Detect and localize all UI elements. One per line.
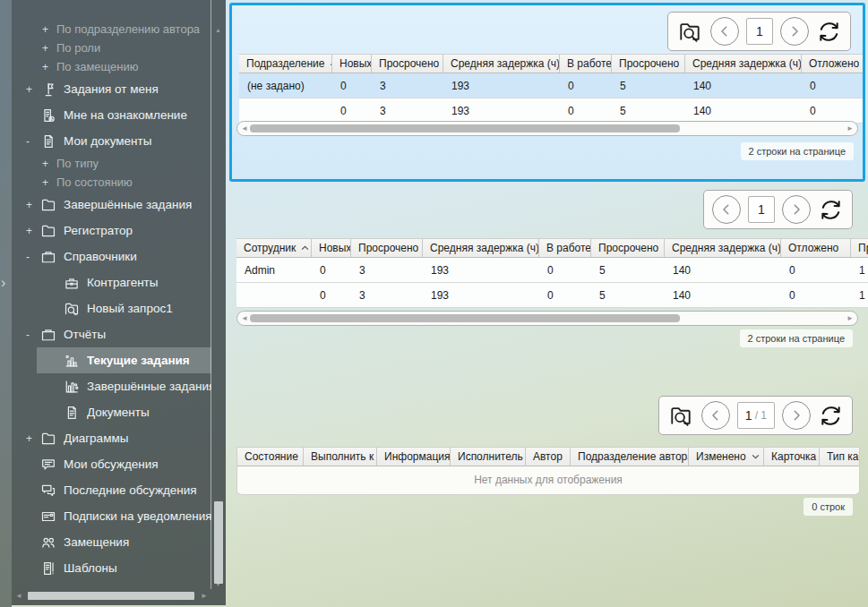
- expander-icon[interactable]: -: [26, 135, 40, 148]
- sidebar-item[interactable]: Мои обсуждения: [12, 451, 211, 477]
- sidebar-item[interactable]: +Задания от меня: [12, 76, 211, 102]
- prev-page-button[interactable]: [710, 17, 739, 46]
- scroll-left-icon[interactable]: ◄: [241, 124, 248, 133]
- column-header[interactable]: Просрочено: [851, 239, 868, 257]
- expander-icon[interactable]: +: [42, 42, 56, 55]
- search-folder-button[interactable]: [667, 404, 694, 428]
- column-header[interactable]: Выполнить к: [304, 448, 377, 466]
- sidebar-item-label: Отчёты: [64, 328, 106, 341]
- column-header[interactable]: Просрочено: [612, 55, 685, 73]
- column-header[interactable]: Новых: [312, 239, 351, 257]
- column-header[interactable]: Тип карточки: [820, 448, 860, 466]
- expander-icon[interactable]: -: [26, 251, 40, 263]
- sidebar-item[interactable]: -Отчёты: [12, 321, 211, 347]
- column-header[interactable]: Новых: [332, 55, 372, 73]
- sidebar-vertical-scrollbar[interactable]: ▲ ▼: [211, 0, 226, 589]
- sidebar-item[interactable]: +Завершённые задания: [12, 192, 211, 218]
- prev-page-button[interactable]: [712, 195, 741, 224]
- column-header[interactable]: Подразделение автора: [571, 448, 689, 466]
- prev-page-button[interactable]: [701, 401, 730, 430]
- page-number-input[interactable]: 1: [748, 196, 775, 223]
- scrollbar-thumb[interactable]: [28, 592, 194, 600]
- table-horizontal-scrollbar[interactable]: ◄ ►: [236, 311, 858, 326]
- column-header[interactable]: Просрочено: [372, 55, 443, 73]
- scrollbar-thumb[interactable]: [250, 314, 680, 322]
- scroll-left-icon[interactable]: ◄: [15, 592, 22, 600]
- scroll-right-icon[interactable]: ►: [847, 314, 854, 322]
- sidebar-item[interactable]: Контрагенты: [12, 269, 211, 295]
- expander-icon[interactable]: +: [42, 176, 56, 189]
- page-number-input[interactable]: 1: [746, 18, 773, 45]
- sidebar-item[interactable]: Завершённые задания: [12, 373, 211, 399]
- sidebar-item[interactable]: Новый запрос1: [12, 295, 211, 321]
- sidebar-item[interactable]: Текущие задания: [37, 347, 211, 373]
- sidebar-item[interactable]: Мне на ознакомление: [12, 102, 211, 128]
- sidebar-item[interactable]: -Мои документы: [12, 128, 211, 154]
- next-page-button[interactable]: [782, 401, 811, 430]
- sidebar-item[interactable]: +По типу: [12, 154, 211, 173]
- table-horizontal-scrollbar[interactable]: ◄ ►: [236, 121, 858, 136]
- scrollbar-thumb[interactable]: [214, 501, 223, 584]
- table-row[interactable]: Admin031930514001: [236, 258, 868, 283]
- column-header[interactable]: Отложено: [802, 55, 863, 73]
- refresh-button[interactable]: [816, 19, 842, 45]
- sidebar-item[interactable]: +По состоянию: [12, 173, 211, 192]
- search-folder-button[interactable]: [676, 20, 703, 44]
- sidebar-item[interactable]: Подписки на уведомления: [12, 503, 211, 529]
- scroll-left-icon[interactable]: ◄: [241, 314, 248, 322]
- column-header[interactable]: Автор: [526, 448, 571, 466]
- sidebar-item[interactable]: Шаблоны: [12, 555, 211, 581]
- refresh-button[interactable]: [818, 403, 844, 429]
- expander-icon[interactable]: +: [26, 225, 40, 237]
- expander-icon[interactable]: +: [26, 199, 40, 211]
- scrollbar-thumb[interactable]: [250, 124, 680, 133]
- column-header[interactable]: Подразделение: [239, 55, 332, 73]
- page-number-input[interactable]: 1 / 1: [737, 402, 775, 429]
- column-header[interactable]: Средняя задержка (ч): [665, 239, 781, 257]
- refresh-button[interactable]: [818, 197, 844, 223]
- expander-icon[interactable]: +: [42, 158, 56, 170]
- column-header[interactable]: Средняя задержка (ч): [423, 239, 539, 257]
- column-header[interactable]: В работе: [539, 239, 591, 257]
- column-header[interactable]: Средняя задержка (ч): [443, 55, 560, 73]
- panel-collapse-strip[interactable]: ›: [0, 0, 12, 607]
- column-header[interactable]: Изменено: [689, 448, 764, 466]
- sidebar-item[interactable]: +Диаграммы: [12, 425, 211, 451]
- expander-icon[interactable]: +: [26, 83, 40, 96]
- expander-icon[interactable]: -: [26, 329, 40, 341]
- column-header[interactable]: Исполнитель: [451, 448, 526, 466]
- sidebar-item[interactable]: +По подразделению автора: [12, 20, 211, 38]
- scroll-right-icon[interactable]: ►: [847, 124, 854, 133]
- column-header[interactable]: Карточка: [764, 448, 820, 466]
- sidebar-item[interactable]: Документы: [12, 399, 211, 425]
- panel-by-department[interactable]: 1 ПодразделениеНовыхПросроченоСредняя за…: [229, 3, 865, 182]
- table-row[interactable]: 03193051400: [239, 98, 863, 124]
- expander-icon[interactable]: +: [42, 61, 56, 73]
- column-header[interactable]: Просрочено: [591, 239, 665, 257]
- sidebar-item[interactable]: Последние обсуждения: [12, 477, 211, 503]
- next-page-button[interactable]: [780, 17, 809, 46]
- scroll-down-icon[interactable]: ▼: [215, 581, 221, 587]
- table-row[interactable]: (не задано)03193051400: [239, 73, 863, 98]
- sidebar-horizontal-scrollbar[interactable]: ◄ ►: [13, 589, 210, 603]
- sidebar-item-label: По состоянию: [56, 175, 133, 189]
- sidebar-item[interactable]: +По замещению: [12, 57, 211, 76]
- sidebar-item[interactable]: +Регистратор: [12, 218, 211, 244]
- column-header[interactable]: Информация: [377, 448, 451, 466]
- table-row[interactable]: 031930514001: [236, 283, 868, 308]
- column-header[interactable]: Сотрудник: [236, 239, 312, 257]
- column-header[interactable]: Просрочено: [351, 239, 423, 257]
- sidebar-item[interactable]: -Справочники: [12, 244, 211, 269]
- sidebar-item[interactable]: +По роли: [12, 38, 211, 57]
- column-header[interactable]: В работе: [560, 55, 612, 73]
- sidebar-item[interactable]: Замещения: [12, 529, 211, 555]
- column-header[interactable]: Состояние: [237, 448, 304, 466]
- scroll-right-icon[interactable]: ►: [201, 592, 208, 600]
- expander-icon[interactable]: +: [42, 23, 56, 36]
- scroll-up-icon[interactable]: ▲: [215, 27, 221, 33]
- expand-chevron-icon[interactable]: ›: [1, 276, 5, 290]
- expander-icon[interactable]: +: [26, 432, 40, 445]
- column-header[interactable]: Средняя задержка (ч): [685, 55, 802, 73]
- column-header[interactable]: Отложено: [781, 239, 851, 257]
- next-page-button[interactable]: [782, 195, 811, 224]
